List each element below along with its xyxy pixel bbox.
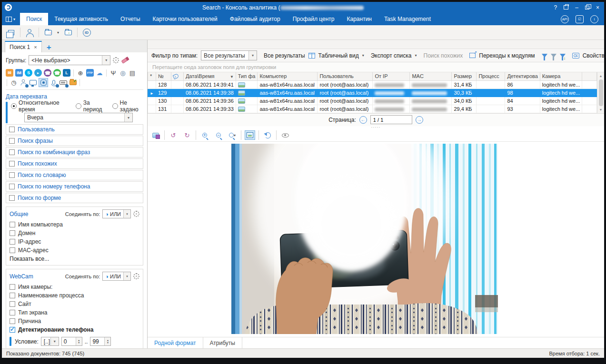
menu-tab-user-cards[interactable]: Карточки пользователей	[147, 13, 224, 25]
user-properties-button[interactable]: Свойства пользо...	[583, 52, 606, 59]
app-menu-button[interactable]: ▾	[2, 13, 20, 25]
radio-period[interactable]: За период	[76, 99, 107, 113]
menu-tab-file-auditor[interactable]: Файловый аудитор	[224, 13, 287, 25]
menu-tab-task-management[interactable]: Task Management	[378, 13, 437, 25]
id-search-button[interactable]: ID	[80, 27, 93, 38]
header-user[interactable]: Пользователь	[318, 72, 373, 80]
export-query-button[interactable]	[42, 27, 54, 38]
checkbox-icon[interactable]	[10, 284, 15, 290]
radio-not-set[interactable]: Не задано	[112, 99, 143, 113]
criterion-user[interactable]: Пользователь	[6, 124, 143, 135]
save-image-button[interactable]	[150, 130, 161, 140]
page-prev-button[interactable]: ←	[359, 116, 367, 124]
pin-window-button[interactable]	[564, 5, 568, 10]
filter-funnel-apply-icon[interactable]	[560, 54, 566, 58]
monitor-icon[interactable]	[29, 79, 37, 86]
condition-to-spinner[interactable]: 99 ▲▼	[90, 337, 111, 346]
menu-tab-reports[interactable]: Отчеты	[114, 13, 146, 25]
webcam-screen-type[interactable]: Тип экрана	[10, 308, 139, 317]
menu-tab-profile-center[interactable]: Профайл центр	[287, 13, 341, 25]
header-num[interactable]: №	[156, 72, 171, 80]
condition-from-spinner[interactable]: 0 ▲▼	[61, 337, 82, 346]
search-tab[interactable]: Поиск 1 ×	[5, 41, 42, 52]
mail-icon[interactable]: ✉	[6, 69, 13, 77]
telegram-icon[interactable]: ►	[34, 69, 42, 77]
header-gutter[interactable]: *	[148, 72, 156, 80]
checkbox-icon[interactable]	[10, 247, 15, 253]
criterion-dictionary[interactable]: Поиск по словарю	[6, 170, 143, 180]
checkbox-icon[interactable]	[10, 222, 15, 227]
checkbox-icon[interactable]	[10, 293, 15, 298]
info-icon[interactable]: i	[590, 15, 598, 23]
close-button[interactable]: ×	[596, 5, 599, 10]
fit-to-window-button[interactable]	[245, 130, 255, 140]
webcam-reason[interactable]: Причина	[10, 317, 139, 325]
filter-funnel-monitor-icon[interactable]	[551, 54, 556, 58]
refresh-button[interactable]	[262, 130, 273, 140]
header-filetype[interactable]: Тип фа	[236, 72, 258, 80]
checkbox-icon[interactable]	[9, 138, 15, 144]
common-ip-address[interactable]: IP-адрес	[10, 237, 139, 246]
preview-button[interactable]	[280, 130, 290, 140]
user-activity-icon[interactable]	[20, 79, 27, 86]
webcam-phone-detection[interactable]: Детектирование телефона	[10, 325, 139, 334]
checkbox-icon[interactable]	[10, 301, 15, 307]
cloud-icon[interactable]: ☁	[96, 69, 103, 77]
chevron-down-icon[interactable]: ▾	[248, 51, 257, 60]
menu-tab-search[interactable]: Поиск	[20, 13, 48, 25]
keylogger-icon[interactable]	[60, 79, 67, 86]
microphone-icon[interactable]	[50, 79, 58, 86]
minimize-button[interactable]: –	[575, 5, 578, 10]
usb-icon[interactable]: Ψ	[109, 69, 117, 77]
whatsapp-icon[interactable]: ☎	[53, 69, 61, 77]
common-mac-address[interactable]: MAC-адрес	[10, 246, 139, 255]
checkbox-icon[interactable]	[9, 149, 15, 155]
files-folder-icon[interactable]	[69, 79, 77, 86]
checkbox-checked-icon[interactable]	[10, 327, 15, 333]
join-select[interactable]: ◑ИЛИ ▾	[102, 209, 131, 218]
header-from-ip[interactable]: От IP	[373, 72, 410, 80]
checkbox-icon[interactable]	[10, 239, 15, 245]
webcam-site[interactable]: Сайт	[10, 300, 139, 308]
zoom-level-button[interactable]: ▾	[227, 130, 238, 140]
criterion-similar[interactable]: Поиск похожих	[6, 158, 143, 169]
page-next-button[interactable]: →	[416, 116, 423, 124]
header-datetime[interactable]: Дата\Время▼	[183, 72, 236, 80]
goto-modules-button[interactable]: Переходы к модулям	[479, 52, 535, 59]
table-row[interactable]: 128 08.06.2021 14:39:41 aas-w81x64ru.aas…	[148, 80, 597, 89]
webcam-camera-name[interactable]: Имя камеры:	[10, 283, 139, 291]
package-icon[interactable]: ◱	[576, 15, 584, 23]
tab-attributes[interactable]: Атрибуты	[203, 337, 242, 348]
checkbox-icon[interactable]	[9, 161, 15, 167]
checkbox-icon[interactable]	[9, 172, 15, 178]
condition-operator-select[interactable]: [..] ▾	[41, 337, 59, 346]
close-tab-icon[interactable]: ×	[34, 44, 37, 50]
splitter-handle[interactable]: ·····	[148, 126, 604, 129]
zoom-in-button[interactable]: +	[199, 130, 210, 140]
http-icon[interactable]: ⊕	[77, 69, 84, 77]
table-view-button[interactable]: Табличный вид	[318, 52, 359, 59]
lync-icon[interactable]: L	[63, 69, 70, 77]
clock-icon[interactable]: ◷	[10, 79, 18, 86]
header-size[interactable]: Размер	[452, 72, 477, 80]
chevron-down-icon[interactable]: ▾	[123, 210, 130, 218]
help-button[interactable]: ?	[554, 5, 557, 10]
header-computer[interactable]: Компьютер	[258, 72, 318, 80]
export-list-button[interactable]: Экспорт списка	[371, 52, 412, 59]
restore-button[interactable]	[585, 6, 589, 10]
user-search-button[interactable]	[23, 27, 36, 38]
radio-relative-time[interactable]: Относительное время	[11, 99, 70, 113]
webcam-channel-selected[interactable]	[39, 78, 48, 87]
header-mac[interactable]: MAC	[410, 72, 452, 80]
common-domain[interactable]: Домен	[10, 229, 139, 237]
checkbox-icon[interactable]	[10, 310, 15, 315]
skype-icon[interactable]: S	[25, 69, 32, 77]
chevron-down-icon[interactable]: ▾	[102, 56, 110, 65]
common-settings-icon[interactable]	[133, 211, 139, 217]
export-list-caret[interactable]: ▾	[415, 53, 417, 58]
criterion-phrase[interactable]: Поиск фразы	[6, 136, 143, 146]
criterion-phone-number[interactable]: Поиск по номеру телефона	[6, 181, 143, 192]
add-search-tab-button[interactable]: +	[44, 43, 54, 52]
printer-icon[interactable]: ▤	[129, 69, 136, 77]
device-search-icon[interactable]: ◎	[119, 69, 127, 77]
